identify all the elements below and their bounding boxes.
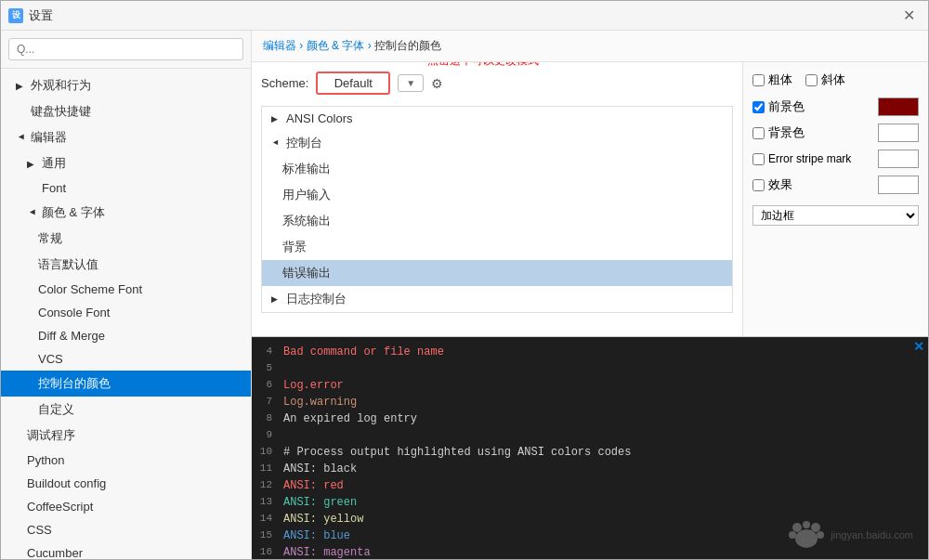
sidebar-item-lang-default[interactable]: 语言默认值 bbox=[1, 252, 251, 278]
svg-point-5 bbox=[817, 531, 824, 539]
sidebar-item-font[interactable]: Font bbox=[1, 176, 251, 200]
scheme-dropdown[interactable]: ▼ bbox=[398, 74, 424, 92]
tree-item-label: 系统输出 bbox=[282, 213, 331, 229]
sidebar-item-diff-merge[interactable]: Diff & Merge bbox=[1, 324, 251, 347]
sidebar-item-coffeescript[interactable]: CoffeeScript bbox=[1, 495, 251, 518]
tree-item-label: 控制台 bbox=[286, 135, 322, 151]
background-checkbox[interactable] bbox=[752, 127, 765, 139]
title-bar-left: 设 设置 bbox=[8, 7, 53, 24]
sidebar-item-keymap[interactable]: 键盘快捷键 bbox=[1, 98, 251, 124]
sidebar-nav: ▶ 外观和行为 键盘快捷键 ▼ 编辑器 ▶ 通用 Font bbox=[1, 69, 251, 559]
sidebar-item-label: 控制台的颜色 bbox=[38, 375, 111, 392]
sidebar-item-label: 语言默认值 bbox=[38, 256, 98, 273]
sidebar-item-general[interactable]: ▶ 通用 bbox=[1, 150, 251, 176]
scheme-wrapper: Default 点击这个可以更改模式 bbox=[316, 72, 390, 95]
breadcrumb-current: 控制台的颜色 bbox=[374, 39, 441, 52]
svg-point-3 bbox=[811, 523, 820, 532]
scheme-button[interactable]: Default bbox=[316, 72, 390, 95]
effect-label: 效果 bbox=[768, 176, 792, 193]
sidebar-item-label: Font bbox=[42, 181, 66, 195]
scheme-row: Scheme: Default 点击这个可以更改模式 ▼ ⚙ bbox=[261, 72, 733, 95]
breadcrumb-color-font[interactable]: 颜色 & 字体 bbox=[307, 39, 365, 52]
svg-point-1 bbox=[792, 523, 802, 532]
code-line: 10 # Process output highlighted using AN… bbox=[252, 445, 928, 462]
tree-item-log-console[interactable]: ▶ 日志控制台 bbox=[262, 286, 732, 312]
background-label: 背景色 bbox=[768, 124, 805, 141]
sidebar-item-python[interactable]: Python bbox=[1, 449, 251, 472]
effect-checkbox[interactable] bbox=[752, 179, 765, 191]
sidebar-item-label: 外观和行为 bbox=[31, 77, 91, 94]
arrow-icon: ▶ bbox=[271, 114, 281, 124]
arrow-icon: ▶ bbox=[271, 294, 281, 304]
italic-checkbox[interactable] bbox=[805, 74, 818, 86]
italic-row: 斜体 bbox=[805, 72, 845, 88]
sidebar-item-label: VCS bbox=[38, 352, 63, 366]
tree-item-console[interactable]: ▼ 控制台 bbox=[262, 130, 732, 156]
sidebar-item-cucumber[interactable]: Cucumber bbox=[1, 541, 251, 559]
arrow-icon: ▼ bbox=[271, 138, 281, 148]
code-line: 5 bbox=[252, 361, 928, 378]
bold-checkbox[interactable] bbox=[752, 74, 765, 86]
sidebar-item-css[interactable]: CSS bbox=[1, 518, 251, 541]
preview-section: 4 Bad command or file name 5 6 Log.error… bbox=[252, 336, 928, 559]
tree-item-errout[interactable]: 错误输出 bbox=[262, 260, 732, 286]
scheme-label: Scheme: bbox=[261, 76, 308, 90]
breadcrumb-editor[interactable]: 编辑器 bbox=[263, 39, 296, 52]
sidebar-item-buildout[interactable]: Buildout config bbox=[1, 472, 251, 495]
preview-close-button[interactable]: ✕ bbox=[913, 339, 924, 354]
watermark-logo bbox=[788, 518, 825, 552]
chevron-down-icon: ▼ bbox=[406, 78, 415, 88]
sidebar-item-appearance[interactable]: ▶ 外观和行为 bbox=[1, 72, 251, 98]
italic-label: 斜体 bbox=[821, 72, 845, 88]
tree-item-label: 错误输出 bbox=[282, 265, 331, 281]
sidebar-item-normal[interactable]: 常规 bbox=[1, 226, 251, 252]
sidebar-item-debugger[interactable]: 调试程序 bbox=[1, 423, 251, 449]
foreground-label: 前景色 bbox=[768, 98, 805, 115]
svg-point-4 bbox=[789, 531, 796, 539]
baidu-icon bbox=[788, 518, 825, 552]
sidebar-item-label: CoffeeScript bbox=[27, 500, 93, 514]
search-input[interactable] bbox=[8, 38, 243, 60]
window-title: 设置 bbox=[29, 7, 53, 24]
sidebar-item-label: Color Scheme Font bbox=[38, 282, 142, 296]
foreground-checkbox[interactable] bbox=[752, 101, 765, 113]
main-content: ▶ 外观和行为 键盘快捷键 ▼ 编辑器 ▶ 通用 Font bbox=[1, 31, 928, 559]
sidebar-item-vcs[interactable]: VCS bbox=[1, 347, 251, 371]
background-row: 背景色 bbox=[752, 124, 919, 142]
sidebar-item-editor[interactable]: ▼ 编辑器 bbox=[1, 124, 251, 150]
svg-point-0 bbox=[795, 529, 818, 548]
close-button[interactable]: ✕ bbox=[897, 5, 921, 26]
tree-item-sysout[interactable]: 系统输出 bbox=[262, 208, 732, 234]
tree-item-label: 标准输出 bbox=[282, 161, 331, 177]
gear-button[interactable]: ⚙ bbox=[431, 76, 443, 91]
tree-item-stdout[interactable]: 标准输出 bbox=[262, 156, 732, 182]
effect-color-box[interactable] bbox=[878, 176, 919, 194]
tree-item-label: ANSI Colors bbox=[286, 111, 353, 125]
color-tree: ▶ ANSI Colors ▼ 控制台 标准输出 用户输入 bbox=[261, 106, 733, 313]
border-row: 加边框 bbox=[752, 205, 919, 226]
error-stripe-checkbox[interactable] bbox=[752, 153, 765, 165]
svg-point-2 bbox=[803, 521, 810, 528]
bold-label: 粗体 bbox=[768, 72, 792, 88]
sidebar-item-custom[interactable]: 自定义 bbox=[1, 397, 251, 423]
border-dropdown[interactable]: 加边框 bbox=[752, 205, 919, 226]
sidebar-item-label: 自定义 bbox=[38, 401, 74, 418]
sidebar-item-color-font[interactable]: ▼ 颜色 & 字体 bbox=[1, 200, 251, 226]
sidebar-item-console-color[interactable]: 控制台的颜色 bbox=[1, 371, 251, 397]
tree-item-label: 日志控制台 bbox=[286, 291, 347, 307]
tree-item-background[interactable]: 背景 bbox=[262, 234, 732, 260]
tree-item-ansi-colors[interactable]: ▶ ANSI Colors bbox=[262, 107, 732, 130]
color-panel: Scheme: Default 点击这个可以更改模式 ▼ ⚙ ▶ bbox=[252, 62, 742, 336]
sidebar-item-label: Console Font bbox=[38, 306, 110, 319]
error-stripe-label-row: Error stripe mark bbox=[752, 152, 851, 165]
sidebar-item-cs-font[interactable]: Color Scheme Font bbox=[1, 278, 251, 301]
error-stripe-label: Error stripe mark bbox=[768, 152, 851, 165]
sidebar-item-console-font[interactable]: Console Font bbox=[1, 301, 251, 324]
sidebar-item-label: 编辑器 bbox=[31, 129, 67, 146]
foreground-color-box[interactable] bbox=[878, 98, 919, 116]
sidebar-item-label: CSS bbox=[27, 523, 52, 537]
code-line: 4 Bad command or file name bbox=[252, 345, 928, 361]
background-color-box[interactable] bbox=[878, 124, 919, 142]
error-stripe-color-box[interactable] bbox=[878, 150, 919, 168]
tree-item-userinput[interactable]: 用户输入 bbox=[262, 182, 732, 208]
